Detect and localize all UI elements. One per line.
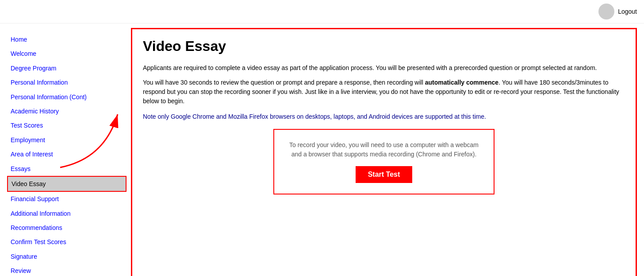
record-box-text: To record your video, you will need to u… — [285, 140, 483, 159]
sidebar-item-welcome[interactable]: Welcome — [7, 47, 126, 61]
sidebar-item-additional-information[interactable]: Additional Information — [7, 206, 126, 221]
desc2-bold: automatically commence — [425, 79, 499, 86]
desc-paragraph-2: You will have 30 seconds to review the q… — [143, 78, 625, 106]
sidebar: Home Welcome Degree Program Personal Inf… — [7, 28, 126, 276]
sidebar-item-signature[interactable]: Signature — [7, 249, 126, 264]
start-test-button[interactable]: Start Test — [356, 166, 413, 183]
sidebar-item-review[interactable]: Review — [7, 264, 126, 276]
sidebar-item-recommendations[interactable]: Recommendations — [7, 221, 126, 235]
top-bar: Logout — [0, 0, 644, 23]
sidebar-item-confirm-test-scores[interactable]: Confirm Test Scores — [7, 235, 126, 249]
desc2-start: You will have 30 seconds to review the q… — [143, 79, 425, 86]
note-text: Note only Google Chrome and Mozilla Fire… — [143, 113, 625, 120]
page-title: Video Essay — [143, 38, 625, 54]
sidebar-item-degree-program[interactable]: Degree Program — [7, 61, 126, 75]
desc-paragraph-1: Applicants are required to complete a vi… — [143, 63, 625, 73]
logout-link[interactable]: Logout — [618, 8, 637, 15]
video-record-box: To record your video, you will need to u… — [273, 129, 494, 194]
sidebar-item-essays[interactable]: Essays — [7, 162, 126, 176]
sidebar-item-area-of-interest[interactable]: Area of Interest — [7, 147, 126, 161]
sidebar-item-financial-support[interactable]: Financial Support — [7, 192, 126, 206]
main-layout: Home Welcome Degree Program Personal Inf… — [0, 23, 644, 276]
sidebar-item-home[interactable]: Home — [7, 32, 126, 47]
user-avatar — [598, 4, 614, 19]
sidebar-item-academic-history[interactable]: Academic History — [7, 104, 126, 118]
sidebar-item-test-scores[interactable]: Test Scores — [7, 118, 126, 132]
sidebar-item-personal-information[interactable]: Personal Information — [7, 75, 126, 89]
content-area: Video Essay Applicants are required to c… — [131, 28, 637, 276]
description-block: Applicants are required to complete a vi… — [143, 63, 625, 106]
sidebar-item-video-essay[interactable]: Video Essay — [7, 176, 126, 192]
sidebar-item-personal-information-cont[interactable]: Personal Information (Cont) — [7, 90, 126, 104]
sidebar-item-employment[interactable]: Employment — [7, 133, 126, 147]
